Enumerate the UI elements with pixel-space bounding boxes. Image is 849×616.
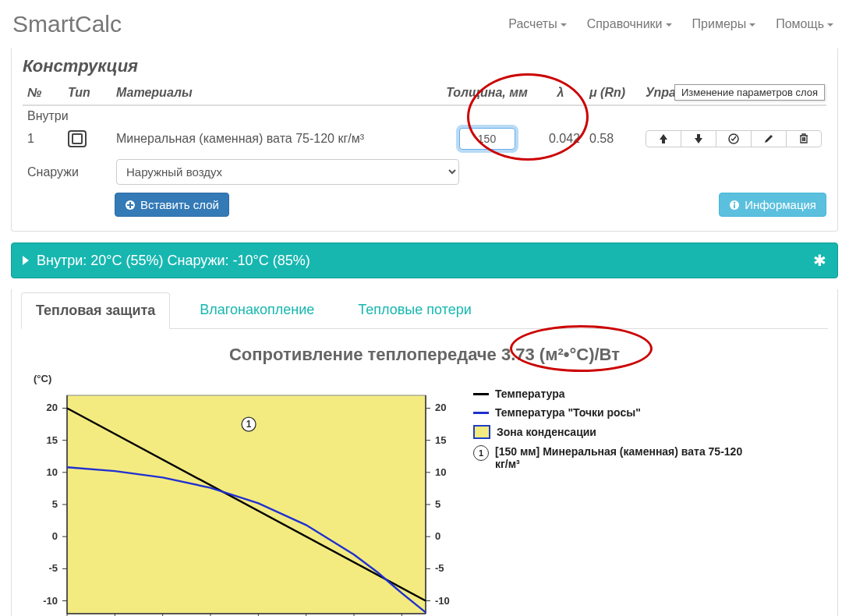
- construction-panel: Изменение параметров слоя Конструкция № …: [11, 48, 838, 232]
- layer-controls: [646, 130, 822, 147]
- plus-circle-icon: [125, 200, 136, 211]
- svg-text:15: 15: [47, 434, 58, 446]
- layer-type-icon[interactable]: [68, 130, 87, 147]
- nav-help[interactable]: Помощь: [776, 17, 833, 31]
- result-value: 3.73 (м²•°С)/Вт: [501, 345, 620, 364]
- tab-moisture[interactable]: Влагонакопление: [186, 292, 328, 328]
- inside-label: Внутри: [23, 105, 826, 123]
- layer-row: 1 Минеральная (каменная) вата 75-120 кг/…: [23, 123, 826, 154]
- th-type: Тип: [63, 81, 111, 105]
- svg-text:10: 10: [47, 466, 58, 478]
- brand[interactable]: SmartCalc: [12, 11, 122, 37]
- layer-num: 1: [23, 123, 63, 154]
- layer-mu: 0.58: [585, 123, 641, 154]
- check-circle-icon: [728, 133, 739, 144]
- svg-text:0: 0: [435, 530, 440, 542]
- y-axis-unit: (°C): [34, 373, 828, 384]
- nav-calculations[interactable]: Расчеты: [508, 17, 566, 31]
- gear-icon[interactable]: ✱: [813, 251, 826, 270]
- th-mu: μ (Rп): [585, 81, 641, 105]
- caret-down-icon: [561, 23, 567, 27]
- svg-text:5: 5: [52, 498, 58, 510]
- caret-down-icon: [666, 23, 672, 27]
- outside-air-select[interactable]: Наружный воздух: [116, 159, 459, 185]
- caret-down-icon: [749, 23, 755, 27]
- layer-lambda: 0.042: [536, 123, 585, 154]
- svg-point-3: [734, 201, 735, 203]
- svg-text:10: 10: [435, 466, 446, 478]
- info-button[interactable]: Информация: [719, 193, 826, 217]
- th-lambda: λ: [536, 81, 585, 105]
- outside-label: Снаружи: [23, 154, 111, 189]
- caret-right-icon: [23, 256, 29, 265]
- caret-down-icon: [827, 23, 833, 27]
- svg-text:-10: -10: [435, 595, 450, 607]
- result-title: Сопротивление теплопередаче 3.73 (м²•°С)…: [21, 329, 828, 373]
- trash-icon: [799, 133, 808, 144]
- svg-rect-4: [734, 204, 735, 208]
- info-icon: [729, 200, 740, 211]
- thickness-input[interactable]: [459, 128, 515, 150]
- nav-examples[interactable]: Примеры: [692, 17, 756, 31]
- svg-text:1: 1: [246, 419, 252, 430]
- svg-text:15: 15: [435, 434, 446, 446]
- edit-button[interactable]: [751, 130, 787, 147]
- tab-thermal[interactable]: Тепловая защита: [21, 292, 170, 329]
- th-materials: Материалы: [111, 81, 437, 105]
- svg-text:-5: -5: [435, 562, 444, 574]
- temperature-chart: -10-10-5-5005510101515202002468101214(см…: [24, 388, 461, 616]
- svg-text:20: 20: [435, 402, 446, 413]
- insert-layer-button[interactable]: Вставить слой: [115, 193, 229, 217]
- svg-text:5: 5: [435, 498, 440, 510]
- chart-legend: Температура Температура "Точки росы" Зон…: [461, 388, 745, 616]
- conditions-bar[interactable]: Внутри: 20°C (55%) Снаружи: -10°C (85%) …: [11, 243, 838, 278]
- svg-text:-10: -10: [43, 595, 58, 607]
- move-up-button[interactable]: [646, 130, 681, 147]
- layer-params-tooltip: Изменение параметров слоя: [674, 84, 825, 101]
- confirm-button[interactable]: [716, 130, 752, 147]
- tab-losses[interactable]: Тепловые потери: [344, 292, 485, 328]
- th-thickness: Толщина, мм: [437, 81, 536, 105]
- svg-text:20: 20: [47, 402, 58, 413]
- svg-text:-5: -5: [48, 562, 58, 574]
- arrow-up-icon: [659, 133, 668, 144]
- move-down-button[interactable]: [681, 130, 716, 147]
- pencil-icon: [763, 133, 774, 144]
- panel-title: Конструкция: [23, 56, 826, 76]
- arrow-down-icon: [694, 133, 703, 144]
- conditions-text: Внутри: 20°C (55%) Снаружи: -10°C (85%): [37, 253, 310, 269]
- th-num: №: [23, 81, 63, 105]
- nav-references[interactable]: Справочники: [587, 17, 672, 31]
- layer-material: Минеральная (каменная) вата 75-120 кг/м³: [111, 123, 437, 154]
- delete-button[interactable]: [786, 130, 822, 147]
- result-tabs: Тепловая защита Влагонакопление Тепловые…: [21, 289, 828, 329]
- svg-text:0: 0: [52, 530, 58, 542]
